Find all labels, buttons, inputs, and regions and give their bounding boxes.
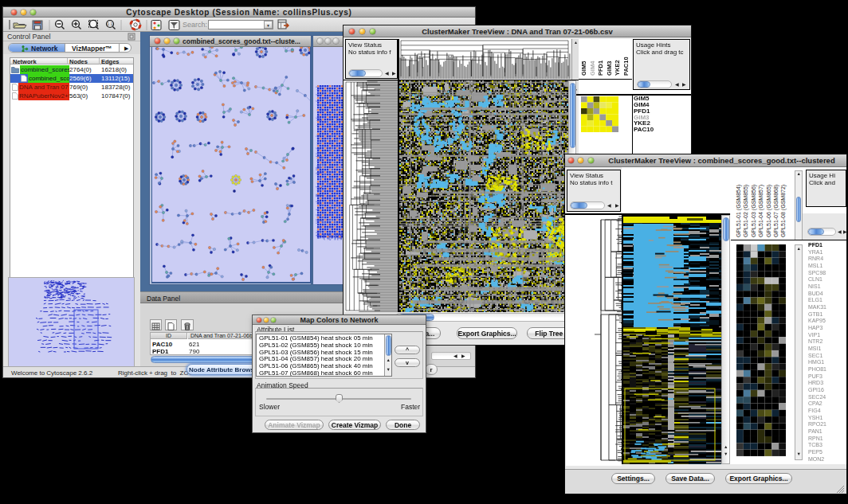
svg-text:1:1: 1:1	[108, 22, 113, 26]
